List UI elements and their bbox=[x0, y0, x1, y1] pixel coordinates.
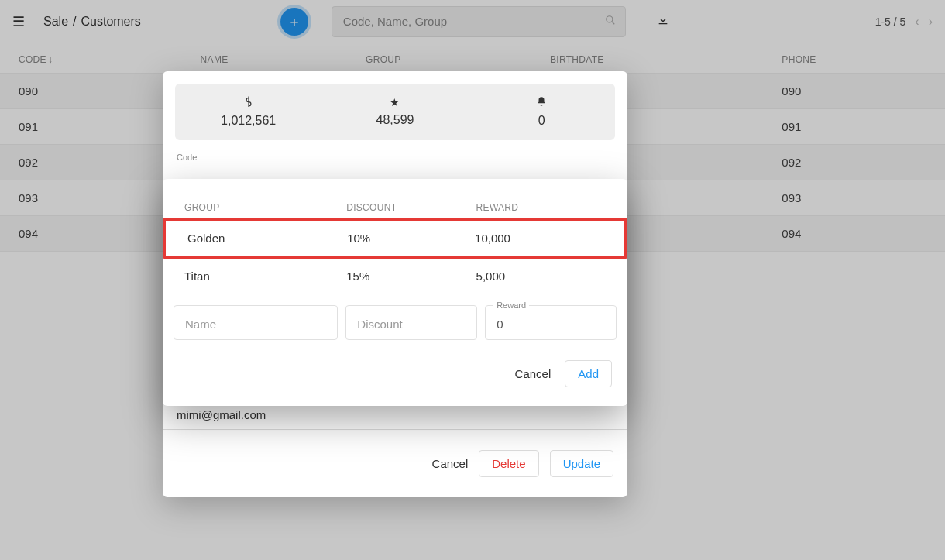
group-table-header: GROUP DISCOUNT REWARD bbox=[163, 198, 627, 218]
code-label: Code bbox=[163, 153, 627, 162]
stat-revenue-value: 1,012,561 bbox=[175, 114, 321, 128]
stat-alerts-value: 0 bbox=[469, 114, 615, 128]
group-cell-reward: 5,000 bbox=[476, 270, 606, 283]
group-cell-discount: 15% bbox=[346, 270, 476, 283]
delete-button[interactable]: Delete bbox=[479, 450, 538, 477]
group-name-input[interactable] bbox=[184, 317, 328, 332]
group-name-input-wrap[interactable] bbox=[174, 305, 338, 340]
group-discount-input-wrap[interactable] bbox=[345, 305, 477, 340]
stats-card: 1,012,561 ★ 48,599 0 bbox=[175, 84, 615, 140]
group-dialog: GROUP DISCOUNT REWARD Golden10%10,000Tit… bbox=[163, 179, 627, 406]
group-col-group: GROUP bbox=[184, 202, 346, 213]
group-dialog-actions: Cancel Add bbox=[163, 340, 627, 387]
group-cell-group: Golden bbox=[187, 232, 347, 245]
group-reward-input-wrap[interactable]: Reward bbox=[485, 305, 617, 340]
group-cell-discount: 10% bbox=[347, 232, 475, 245]
stat-alerts: 0 bbox=[469, 96, 615, 128]
group-add-button[interactable]: Add bbox=[565, 360, 612, 387]
stat-points: ★ 48,599 bbox=[321, 96, 468, 128]
group-col-reward: REWARD bbox=[476, 202, 606, 213]
bell-icon bbox=[469, 96, 615, 109]
stat-points-value: 48,599 bbox=[321, 113, 468, 127]
cancel-button[interactable]: Cancel bbox=[432, 457, 469, 470]
group-cancel-button[interactable]: Cancel bbox=[515, 367, 552, 380]
customer-dialog-actions: Cancel Delete Update bbox=[163, 436, 627, 482]
group-row[interactable]: Titan15%5,000 bbox=[163, 259, 627, 294]
stat-revenue: 1,012,561 bbox=[175, 96, 321, 128]
dollar-icon bbox=[175, 96, 321, 109]
group-reward-input[interactable] bbox=[495, 317, 607, 332]
group-row[interactable]: Golden10%10,000 bbox=[163, 218, 627, 259]
group-cell-group: Titan bbox=[184, 270, 346, 283]
group-col-discount: DISCOUNT bbox=[346, 202, 476, 213]
star-icon: ★ bbox=[321, 96, 468, 108]
group-add-form: Reward bbox=[163, 294, 627, 340]
group-reward-label: Reward bbox=[493, 301, 529, 310]
email-value: mimi@gmail.com bbox=[177, 408, 613, 421]
group-discount-input[interactable] bbox=[356, 317, 467, 332]
group-cell-reward: 10,000 bbox=[475, 232, 603, 245]
update-button[interactable]: Update bbox=[550, 450, 613, 477]
